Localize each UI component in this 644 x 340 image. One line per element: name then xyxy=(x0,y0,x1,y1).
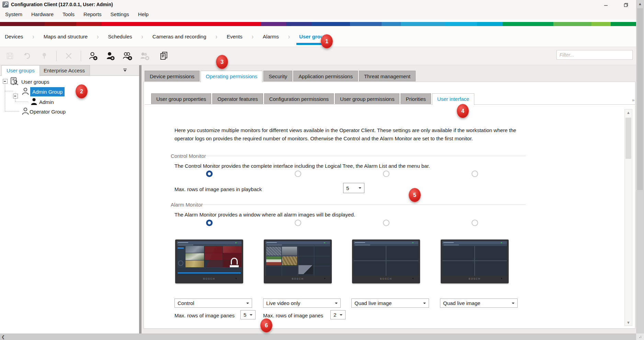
menu-system[interactable]: System xyxy=(1,9,27,20)
window-horizontal-scrollbar[interactable]: ❮ xyxy=(0,333,636,340)
new-user-group-icon[interactable] xyxy=(88,51,98,61)
tree-item-admin[interactable]: Admin xyxy=(39,98,54,106)
tab-operating-permissions[interactable]: Operating permissions xyxy=(201,71,262,82)
menu-settings[interactable]: Settings xyxy=(106,9,134,20)
tree-expander-root[interactable] xyxy=(3,79,8,84)
tab-threat-management[interactable]: Threat management xyxy=(359,71,416,81)
app-wrench-icon xyxy=(2,1,9,8)
monitor-1-max-rows-dropdown[interactable]: 5 xyxy=(240,310,256,319)
toolbar-separator xyxy=(81,51,81,61)
tab-user-interface[interactable]: User interface xyxy=(432,93,474,105)
tree-item-operator-group[interactable]: Operator Group xyxy=(30,107,66,116)
alarm-monitor-radio-2[interactable] xyxy=(295,220,301,226)
undo-icon[interactable] xyxy=(22,51,32,61)
scroll-left-icon[interactable]: ❮ xyxy=(0,333,6,340)
tab-security[interactable]: Security xyxy=(263,71,292,81)
content-scrollbar[interactable]: ▲ ▼ xyxy=(624,109,632,326)
group-icon xyxy=(21,87,30,95)
tree-expander-admin-group[interactable] xyxy=(13,94,18,98)
camera-thumbnail xyxy=(298,265,313,274)
tree-connector xyxy=(5,91,13,91)
chevron-right-icon: › xyxy=(141,32,143,40)
control-monitor-description: The Control Monitor provides the complet… xyxy=(174,162,430,170)
screen-alarm-list xyxy=(177,267,241,272)
monitor-2-mode-dropdown[interactable]: Live video only xyxy=(263,298,341,308)
alarm-monitor-radio-3[interactable] xyxy=(383,220,389,226)
copy-permissions-icon[interactable] xyxy=(159,51,169,61)
control-monitor-radio-1[interactable] xyxy=(206,171,213,177)
tab-user-groups[interactable]: User groups xyxy=(1,65,40,76)
camera-thumbnail xyxy=(266,247,281,256)
breadcrumb-devices[interactable]: Devices xyxy=(5,34,23,39)
alarm-monitor-radio-4[interactable] xyxy=(472,220,478,226)
monitor-4-mode-dropdown[interactable]: Quad live image xyxy=(440,298,518,308)
breadcrumb-cameras-and-recording[interactable]: Cameras and recording xyxy=(152,34,206,39)
monitor-2-max-rows-dropdown[interactable]: 2 xyxy=(330,310,346,319)
monitor-4-screen xyxy=(442,241,507,276)
menu-hardware[interactable]: Hardware xyxy=(27,9,58,20)
tab-user-group-permissions[interactable]: User group permissions xyxy=(335,93,399,104)
breadcrumb-maps-and-structure[interactable]: Maps and structure xyxy=(44,34,88,39)
tab-operator-features[interactable]: Operator features xyxy=(212,93,263,104)
callout-badge-1: 1 xyxy=(321,34,333,48)
monitor-4-mode-value: Quad live image xyxy=(443,300,480,306)
tree-item-admin-group[interactable]: Admin Group xyxy=(30,87,65,96)
breadcrumb-schedules[interactable]: Schedules xyxy=(108,34,132,39)
pin-icon[interactable] xyxy=(39,51,49,61)
control-monitor-radio-3[interactable] xyxy=(383,171,389,177)
control-monitor-radio-4[interactable] xyxy=(472,171,478,177)
chevron-down-icon xyxy=(359,187,361,190)
tab-user-group-properties[interactable]: User group properties xyxy=(151,93,211,104)
menu-help[interactable]: Help xyxy=(134,9,153,20)
breadcrumb-alarms[interactable]: Alarms xyxy=(263,34,279,39)
filter-input[interactable] xyxy=(556,50,633,60)
screen-titlebar xyxy=(442,241,507,244)
save-icon[interactable] xyxy=(5,51,15,61)
tab-application-permissions[interactable]: Application permissions xyxy=(293,71,358,81)
user-groups-icon xyxy=(10,77,19,86)
minimize-button[interactable] xyxy=(601,2,611,8)
monitor-3-mode-dropdown[interactable]: Quad live image xyxy=(351,298,429,308)
tab-configuration-permissions[interactable]: Configuration permissions xyxy=(264,93,334,104)
chevron-down-icon xyxy=(512,303,515,305)
tree-item-user-groups[interactable]: User groups xyxy=(21,78,49,86)
new-dual-user-icon xyxy=(139,51,150,61)
control-monitor-radio-2[interactable] xyxy=(295,171,301,177)
new-dual-authorization-group-icon[interactable] xyxy=(122,51,133,61)
camera-thumbnail xyxy=(282,247,297,256)
group-divider xyxy=(201,156,526,156)
scrollbar-thumb[interactable] xyxy=(637,8,643,190)
max-rows-playback-dropdown[interactable]: 5 xyxy=(343,183,364,193)
monitor-2-max-rows-label: Max. rows of image panes xyxy=(263,312,323,320)
new-user-icon[interactable] xyxy=(105,51,115,61)
tab-device-permissions[interactable]: Device permissions xyxy=(145,71,200,81)
panel-splitter[interactable] xyxy=(139,65,142,333)
menu-reports[interactable]: Reports xyxy=(79,9,106,20)
panel-pin-icon[interactable] xyxy=(122,68,128,73)
quad-grid xyxy=(354,246,418,276)
chevron-right-icon: › xyxy=(97,32,99,40)
camera-thumbnail xyxy=(266,256,281,265)
scrollbar-thumb[interactable] xyxy=(625,118,631,159)
chevron-down-icon xyxy=(250,314,252,317)
scroll-up-icon[interactable]: ▲ xyxy=(636,1,644,7)
tab-priorities[interactable]: Priorities xyxy=(400,93,431,104)
quad-grid xyxy=(442,246,507,276)
monitor-2-max-rows-value: 2 xyxy=(334,312,336,318)
menu-tools[interactable]: Tools xyxy=(58,9,79,20)
restore-button[interactable] xyxy=(621,2,631,8)
tab-overflow-icon[interactable]: » xyxy=(632,97,634,103)
callout-badge-2: 2 xyxy=(76,84,88,98)
window-vertical-scrollbar[interactable]: ▲ xyxy=(636,0,644,333)
scroll-up-icon[interactable]: ▲ xyxy=(625,109,632,116)
tree-connector xyxy=(15,102,28,102)
chevron-right-icon: › xyxy=(216,32,217,40)
breadcrumb-events[interactable]: Events xyxy=(227,34,242,39)
monitor-1-mode-dropdown[interactable]: Control xyxy=(174,298,252,308)
monitor-brand: BOSCH xyxy=(354,276,418,281)
delete-icon[interactable] xyxy=(64,51,74,61)
alarm-monitor-radio-1[interactable] xyxy=(206,220,213,226)
monitor-3-mode-value: Quad live image xyxy=(354,300,392,306)
tab-enterprise-access[interactable]: Enterprise Access xyxy=(38,65,90,75)
scroll-down-icon[interactable]: ▼ xyxy=(625,319,632,326)
